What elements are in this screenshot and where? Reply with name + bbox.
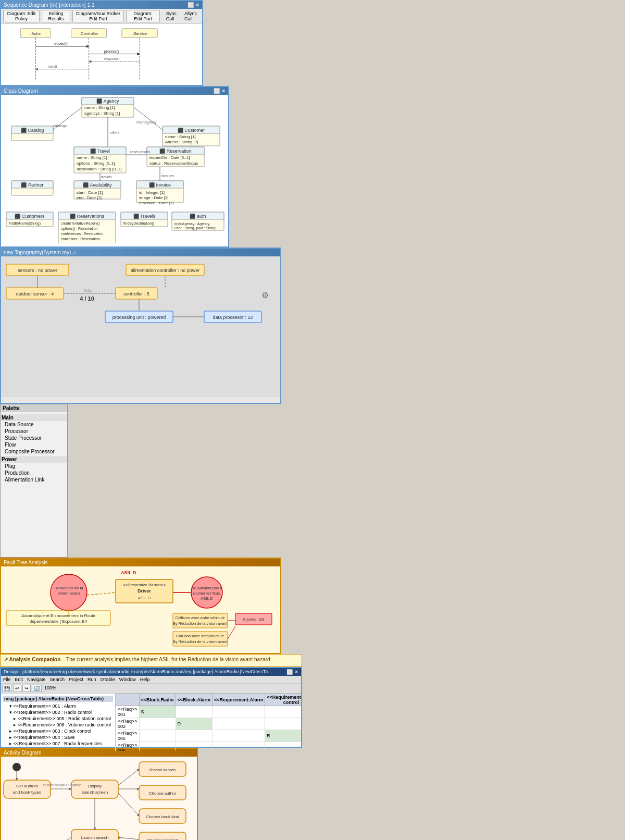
- class-diagram-panel: Class Diagram ⬜ ✕ ⬛ Agency name : String…: [0, 86, 229, 248]
- svg-text:findByName(String): findByName(String): [9, 221, 41, 226]
- design-save-btn[interactable]: 💾: [2, 685, 12, 692]
- diagram-edit-part-btn[interactable]: Diagram: Edit Part: [126, 10, 160, 22]
- svg-text:name : String [1]: name : String [1]: [165, 134, 196, 139]
- svg-text:reservations: reservations: [130, 150, 151, 154]
- svg-text:Revisit search: Revisit search: [149, 768, 176, 772]
- palette-datasource[interactable]: Data Source: [1, 421, 67, 428]
- palette-alimentation-link[interactable]: Alimentation Link: [1, 476, 67, 483]
- palette-state-processor[interactable]: State Processor: [1, 435, 67, 441]
- svg-text:options() : Reservation: options() : Reservation: [61, 227, 98, 231]
- svg-text:Ne parvient pas à: Ne parvient pas à: [192, 586, 223, 590]
- svg-text:⬛ Catalog: ⬛ Catalog: [21, 127, 44, 133]
- svg-text::Service: :Service: [132, 31, 147, 36]
- svg-text:Choose book kind: Choose book kind: [146, 814, 179, 819]
- svg-text:Launch search: Launch search: [81, 835, 108, 840]
- design-tree: msg [package] AlarmRadio (NewCrossTable)…: [1, 694, 116, 751]
- svg-text:⬛ Partner: ⬛ Partner: [21, 182, 43, 188]
- design-menu: FileEdit NavigateSearch ProjectRun DTabl…: [1, 676, 301, 684]
- svg-text:data processor : 12: data processor : 12: [213, 315, 253, 320]
- svg-text:Choose author: Choose author: [149, 791, 177, 796]
- svg-text:invoices: invoices: [161, 174, 174, 178]
- svg-text:ASIL D: ASIL D: [201, 596, 213, 601]
- palette-flow[interactable]: Flow: [1, 441, 67, 448]
- fault-content: ASIL D Réduction de la vision avant <<Pr…: [1, 566, 280, 650]
- svg-text:agencys : String [1]: agencys : String [1]: [84, 111, 120, 116]
- svg-text:Display: Display: [88, 784, 102, 788]
- table-row: <<Req>> 006 R: [116, 742, 302, 751]
- svg-text:ASIL D: ASIL D: [121, 570, 136, 575]
- svg-text:sensors : no power: sensors : no power: [18, 268, 57, 273]
- fault-title-bar: Fault Tree Analysis: [1, 559, 280, 566]
- req-005[interactable]: ▸ <<Requirement>> 005 : Radio station co…: [3, 715, 113, 722]
- palette-title: Palette: [1, 404, 67, 412]
- design-panel: Design - platform/resource/org.obeonetwo…: [0, 667, 302, 748]
- svg-text:request(): request(): [53, 42, 67, 46]
- editing-results-btn[interactable]: Editing Results: [42, 10, 70, 22]
- svg-text::Actor: :Actor: [30, 31, 41, 36]
- topo-title-bar: new Topography(System.my) ☆: [1, 249, 280, 256]
- activity-svg: Get authors and book types Display searc…: [1, 757, 196, 840]
- svg-text:⬛ Invoice: ⬛ Invoice: [149, 182, 171, 188]
- diagram-visual-broker-btn[interactable]: DiagramVisualBroker Edit Part: [72, 10, 124, 22]
- svg-text:⬛ Customer: ⬛ Customer: [178, 127, 205, 133]
- diagram-edit-policy-btn[interactable]: Diagram: Edit Policy: [3, 10, 40, 22]
- svg-text:⬛ Reservation: ⬛ Reservation: [159, 148, 192, 154]
- svg-text:départementale [ Exposure: E4: départementale [ Exposure: E4: [30, 619, 88, 624]
- design-toolbar: 💾 ↩ ↪ 🔄 100%: [1, 684, 301, 694]
- svg-text:end : Date [1]: end : Date [1]: [77, 195, 102, 200]
- class-content: ⬛ Agency name : String [1] agencys : Str…: [1, 95, 228, 243]
- svg-text:Collision avec autre véhicule: Collision avec autre véhicule: [175, 615, 224, 620]
- svg-text:offers: offers: [110, 131, 120, 134]
- svg-text:search books on author: search books on author: [43, 783, 81, 787]
- table-row: <<Req>> 002 D: [116, 718, 302, 730]
- svg-text:links: links: [84, 289, 92, 292]
- svg-text:⬛ Travel: ⬛ Travel: [90, 148, 110, 154]
- svg-text:⬛ Travels: ⬛ Travels: [133, 213, 156, 219]
- sequence-toolbar: Diagram: Edit Policy Editing Results Dia…: [1, 9, 202, 24]
- svg-text:issuedOn : Date [0..1]: issuedOn : Date [0..1]: [149, 155, 190, 160]
- palette-processor[interactable]: Processor: [1, 428, 67, 435]
- req-006[interactable]: ▸ <<Requirement>> 006 : Volume radio con…: [3, 722, 113, 728]
- topo-content: sensors : no power alimentation controll…: [1, 256, 280, 397]
- svg-text:Driver: Driver: [138, 588, 152, 594]
- svg-text:allumer les feux,: allumer les feux,: [193, 591, 221, 596]
- table-row: <<Req>> 001 S: [116, 706, 302, 718]
- svg-text:⬛ auth: ⬛ auth: [190, 213, 206, 219]
- svg-text:Collision avec infrastructure: Collision avec infrastructure: [176, 634, 224, 638]
- fault-tree-panel: Fault Tree Analysis ASIL D Réduction de …: [0, 558, 281, 654]
- svg-text:outdoor sensor : 4: outdoor sensor : 4: [16, 291, 54, 297]
- svg-text:mainAgency: mainAgency: [136, 120, 157, 125]
- palette-panel: Palette Main Data Source Processor State…: [0, 404, 68, 558]
- req-007[interactable]: ▸ <<Requirement>> 007 : Radio frequencie…: [3, 740, 113, 747]
- svg-text:loginAgency : Agency,: loginAgency : Agency,: [174, 222, 210, 226]
- req-001[interactable]: ▾ <<Requirement>> 001 : Alarm: [3, 703, 113, 709]
- svg-point-136: [12, 763, 21, 771]
- req-002[interactable]: ▾ <<Requirement>> 002 : Radio control: [3, 709, 113, 715]
- palette-production[interactable]: Production: [1, 470, 67, 476]
- svg-text:conferences : Reservation: conferences : Reservation: [61, 232, 103, 236]
- req-004[interactable]: ▸ <<Requirement>> 004 : Save: [3, 734, 113, 740]
- design-refresh-btn[interactable]: 🔄: [32, 685, 42, 692]
- design-title-bar: Design - platform/resource/org.obeonetwo…: [1, 668, 301, 676]
- design-redo-btn[interactable]: ↪: [22, 685, 31, 692]
- svg-text:alimentation controller : no p: alimentation controller : no power: [131, 268, 200, 273]
- req-003[interactable]: ▸ <<Requirement>> 003 : Clock control: [3, 728, 113, 734]
- palette-composite-processor[interactable]: Composite Processor: [1, 448, 67, 455]
- svg-line-165: [118, 837, 139, 839]
- design-undo-btn[interactable]: ↩: [13, 685, 21, 692]
- svg-line-131: [87, 592, 116, 595]
- svg-text:Automatique et En mouvement in: Automatique et En mouvement in Route: [21, 613, 95, 618]
- class-svg: ⬛ Agency name : String [1] agencys : Str…: [1, 95, 228, 243]
- svg-text:Injuries -S3: Injuries -S3: [243, 617, 265, 622]
- svg-text:id : Integer [1]: id : Integer [1]: [139, 190, 165, 195]
- palette-plug[interactable]: Plug: [1, 463, 67, 470]
- svg-text:result: result: [48, 65, 57, 68]
- svg-text:process(): process(): [104, 50, 119, 54]
- svg-text:4 / 10: 4 / 10: [80, 295, 94, 302]
- svg-text:Réduction de la: Réduction de la: [54, 586, 83, 590]
- svg-text::Controller: :Controller: [80, 31, 98, 36]
- svg-text:vision avant: vision avant: [58, 591, 80, 596]
- svg-text:⬛ Availability: ⬛ Availability: [83, 182, 112, 188]
- palette-power-header: Power: [1, 456, 67, 463]
- svg-text:controller : 5: controller : 5: [123, 291, 149, 297]
